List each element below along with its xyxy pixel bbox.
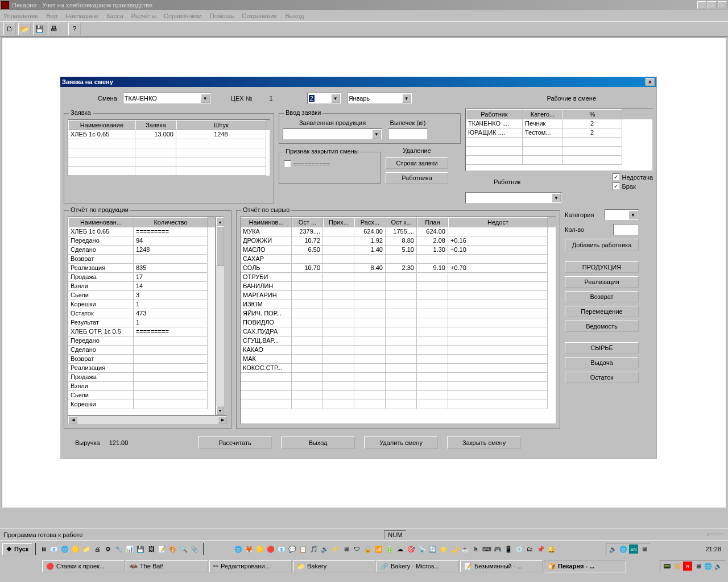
table-row[interactable]: ПОВИДЛО xyxy=(241,318,556,327)
table-row[interactable]: Корешки1 xyxy=(68,300,215,309)
table-row[interactable] xyxy=(466,156,652,165)
tray-icon[interactable]: 🎯 xyxy=(407,544,416,554)
tray-icon[interactable]: 📌 xyxy=(536,544,545,554)
table-row[interactable]: ВАНИЛИН xyxy=(241,282,556,291)
vydacha-button[interactable]: Выдача xyxy=(565,357,639,368)
table-row[interactable]: СОЛЬ10.708.402.309.10+0.70 xyxy=(241,264,556,273)
tray-icon[interactable]: 🖥 xyxy=(693,562,702,571)
tray-icon[interactable]: 🔄 xyxy=(428,544,437,554)
tray-icon[interactable]: 📧 xyxy=(277,544,286,554)
peremeshenie-button[interactable]: Перемещение xyxy=(565,306,639,317)
tray-icon[interactable]: 🌐 xyxy=(704,562,713,571)
vedomost-button[interactable]: Ведомость xyxy=(565,321,639,332)
menu-item[interactable]: Выход xyxy=(285,13,304,19)
help-icon[interactable]: ? xyxy=(68,23,81,35)
table-row[interactable]: МАРГАРИН xyxy=(241,291,556,300)
chevron-down-icon[interactable]: ▼ xyxy=(552,193,561,202)
tray-icon[interactable]: Я xyxy=(683,562,692,571)
tray-icon[interactable]: 📁 xyxy=(82,544,91,554)
menu-item[interactable]: Справочники xyxy=(164,13,202,19)
product-report-grid[interactable]: Наименован... Количество ХЛЕБ 1с 0.65===… xyxy=(68,217,216,415)
tray-icon[interactable]: 📱 xyxy=(504,544,513,554)
tray-icon[interactable]: 💿 xyxy=(515,544,524,554)
brak-checkbox[interactable]: ✓ xyxy=(613,182,620,190)
save-icon[interactable]: 💾 xyxy=(33,23,46,35)
scroll-thumb[interactable] xyxy=(216,226,224,266)
tray-icon[interactable]: 🛡 xyxy=(353,544,362,554)
table-row[interactable]: Реализация xyxy=(68,364,215,373)
table-row[interactable]: Продажа17 xyxy=(68,273,215,282)
tray-icon[interactable]: EN xyxy=(629,544,638,554)
table-row[interactable]: ДРОЖЖИ10.721.928.802.08+0.16 xyxy=(241,236,556,246)
chevron-down-icon[interactable]: ▼ xyxy=(628,210,638,219)
month-combo[interactable]: Январь▼ xyxy=(347,93,412,104)
tray-icon[interactable]: 🔧 xyxy=(114,544,123,554)
menu-item[interactable]: Сохранение xyxy=(242,13,277,19)
table-row[interactable]: САХАР xyxy=(241,255,556,264)
table-row[interactable] xyxy=(466,147,652,156)
scroll-up-icon[interactable]: ▲ xyxy=(216,217,224,226)
tray-icon[interactable]: 📝 xyxy=(158,544,167,554)
tray-icon[interactable]: 🌙 xyxy=(450,544,459,554)
tray-icon[interactable]: 🌐 xyxy=(619,544,628,554)
tray-icon[interactable]: 🔍 xyxy=(179,544,188,554)
tray-icon[interactable]: 🎨 xyxy=(168,544,177,554)
new-icon[interactable]: 🗋 xyxy=(3,23,16,35)
day-combo[interactable]: 2▼ xyxy=(307,93,341,104)
table-row[interactable]: КОКОС.СТР... xyxy=(241,364,556,373)
tray-icon[interactable]: 🖥 xyxy=(39,544,48,554)
chevron-down-icon[interactable]: ▼ xyxy=(402,94,411,103)
tray-icon[interactable]: 📡 xyxy=(417,544,427,554)
task-button[interactable]: 🦇The Bat! xyxy=(126,560,208,572)
tray-icon[interactable]: 📎 xyxy=(190,544,199,554)
tray-icon[interactable]: 🔊 xyxy=(609,544,618,554)
tray-icon[interactable]: 🔋 xyxy=(385,544,394,554)
table-row[interactable]: СГУЩ.ВАР... xyxy=(241,336,556,346)
tray-icon[interactable]: 🔊 xyxy=(320,544,329,554)
table-row[interactable] xyxy=(68,148,270,157)
table-row[interactable]: Взяли14 xyxy=(68,282,215,291)
zayavka-grid[interactable]: Наименование Заявка Штук ХЛЕБ 1с 0.6513.… xyxy=(68,119,270,176)
table-row[interactable]: ОТРУБИ xyxy=(241,273,556,282)
worker-combo[interactable]: ▼ xyxy=(465,192,562,203)
tray-icon[interactable]: ⌨ xyxy=(482,544,491,554)
menu-item[interactable]: Касса xyxy=(106,13,123,19)
tray-icon[interactable]: 🟡 xyxy=(255,544,264,554)
kategoria-combo[interactable]: ▼ xyxy=(605,209,639,221)
tray-icon[interactable]: ⭐ xyxy=(439,544,448,554)
tray-icon[interactable]: 🌐 xyxy=(234,544,243,554)
tray-icon[interactable]: 🎮 xyxy=(493,544,502,554)
tray-icon[interactable]: 🔒 xyxy=(363,544,373,554)
tray-icon[interactable]: 🖥 xyxy=(639,544,648,554)
tray-icon[interactable]: 🔊 xyxy=(714,562,723,571)
chevron-down-icon[interactable]: ▼ xyxy=(331,94,340,103)
product-combo[interactable]: ▼ xyxy=(283,128,382,140)
table-row[interactable]: Возврат xyxy=(68,255,215,264)
tray-icon[interactable]: 🔴 xyxy=(266,544,275,554)
table-row[interactable] xyxy=(241,373,556,382)
table-row[interactable] xyxy=(466,138,652,147)
table-row[interactable]: Сделано xyxy=(68,346,215,355)
dialog-close-button[interactable]: × xyxy=(646,78,655,86)
scroll-down-icon[interactable]: ▼ xyxy=(216,406,224,415)
ostatok-button[interactable]: Остаток xyxy=(565,372,639,383)
delete-worker-button[interactable]: Работника xyxy=(386,172,448,184)
menu-item[interactable]: Накладные xyxy=(65,13,98,19)
task-button-active[interactable]: 🍞Пекарня - ... xyxy=(544,560,626,572)
close-shift-button[interactable]: Закрыть смену xyxy=(447,436,521,449)
tray-icon[interactable]: 📧 xyxy=(49,544,59,554)
raw-report-grid[interactable]: Наиминов... Ост ... Прих... Расх... Ост … xyxy=(240,217,556,424)
chevron-down-icon[interactable]: ▼ xyxy=(372,130,381,139)
table-row[interactable]: ХЛЕБ 1с 0.65========= xyxy=(68,227,215,236)
exit-button[interactable]: Выход xyxy=(281,436,355,449)
table-row[interactable]: САХ.ПУДРА xyxy=(241,327,556,336)
menu-item[interactable]: Расчёты xyxy=(131,13,156,19)
table-row[interactable] xyxy=(241,382,556,391)
table-row[interactable]: ЯЙИЧ. ПОР... xyxy=(241,309,556,318)
produkciya-button[interactable]: ПРОДУКЦИЯ xyxy=(565,261,639,273)
task-button[interactable]: ✏Редактировани... xyxy=(209,560,292,572)
nedostacha-checkbox[interactable]: ✓ xyxy=(613,173,620,181)
tray-icon[interactable]: 🦊 xyxy=(245,544,254,554)
tray-icon[interactable]: 🗂 xyxy=(526,544,535,554)
scroll-right-icon[interactable]: ▶ xyxy=(218,416,227,424)
